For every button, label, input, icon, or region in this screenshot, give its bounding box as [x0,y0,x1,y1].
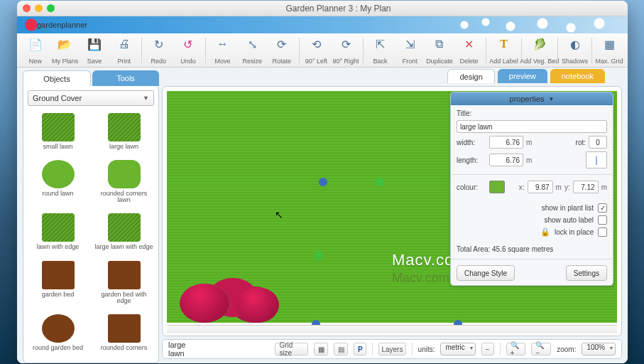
app-window: Garden Planner 3 : My Plan gardenplanner… [17,1,628,363]
object-label: garden bed with edge [94,291,154,305]
units-select[interactable]: metric [440,343,475,355]
rot-input[interactable] [589,136,607,149]
object-label: large lawn [109,144,138,150]
y-input[interactable] [573,181,599,193]
toolbar-add-veg-bed[interactable]: 🥬Add Veg. Bed [525,36,555,65]
add-label-icon: T [496,36,512,52]
max-grid-icon: ▦ [601,36,617,52]
toolbar-delete[interactable]: ✕Delete [455,36,484,65]
tab-design[interactable]: design [447,69,494,83]
grid-toggle-1[interactable]: ▦ [314,343,328,355]
undo-icon: ↺ [180,36,196,52]
toolbar-redo[interactable]: ↻Redo [145,36,173,65]
front-icon: ⇲ [402,36,417,52]
brand-name: gardenplanner [37,21,87,29]
category-dropdown[interactable]: Ground Cover ▼ [28,90,154,106]
toolbar-save[interactable]: 💾Save [80,36,109,65]
add-veg-bed-icon: 🥬 [532,36,547,52]
grid-size-button[interactable]: Grid size [275,343,308,355]
toolbar-add-label[interactable]: TAdd Label [489,36,518,65]
toolbar-label: Add Veg. Bed [520,58,559,65]
title-label: Title: [457,109,607,117]
object-small-lawn[interactable]: small lawn [26,112,89,157]
object-large-lawn[interactable]: large lawn [92,112,155,157]
object-large-lawn-with-edge[interactable]: large lawn with edge [92,212,155,257]
toolbar-label: Rotate [273,58,292,65]
minimize-button[interactable] [35,4,43,12]
toolbar-new[interactable]: 📄New [21,36,50,65]
p-toggle[interactable]: P [354,343,366,355]
toolbar-print[interactable]: 🖨Print [110,36,138,65]
window-title: Garden Planner 3 : My Plan [55,4,622,14]
show-auto-checkbox[interactable] [598,215,607,225]
shrub-object[interactable] [180,280,279,323]
object-round-lawn[interactable]: round lawn [26,159,89,210]
toolbar-label: Redo [151,58,167,65]
toolbar-max-grid[interactable]: ▦Max. Grid [595,36,623,65]
toolbar-front[interactable]: ⇲Front [395,36,424,65]
object-swatch [108,213,141,242]
resize-handle[interactable] [376,178,384,186]
rotate-icon[interactable]: | [586,151,607,168]
toolbar-label: 90° Left [305,58,327,65]
object-garden-bed[interactable]: garden bed [26,259,89,311]
zoom-label: zoom: [557,346,576,353]
object-swatch [42,160,75,188]
toolbar-90-right[interactable]: ⟳90° Right [332,36,360,65]
tab-objects[interactable]: Objects [23,70,91,86]
toolbar-my-plans[interactable]: 📂My Plans [51,36,80,65]
resize-handle[interactable] [319,178,327,186]
colour-swatch[interactable] [489,181,505,193]
my-plans-icon: 📂 [57,36,72,52]
toolbar-duplicate[interactable]: ⧉Duplicate [425,36,454,65]
object-rounded-corners[interactable]: rounded corners [92,313,155,358]
new-icon: 📄 [28,36,43,52]
tab-notebook[interactable]: notebook [550,69,605,83]
brand-bar: gardenplanner [17,16,628,33]
settings-button[interactable]: Settings [566,265,607,281]
change-style-button[interactable]: Change Style [457,265,515,281]
object-swatch [42,213,75,242]
toolbar-resize[interactable]: ⤡Resize [238,36,266,65]
grid-toggle-2[interactable]: ▤ [334,343,348,355]
toolbar-shadows[interactable]: ◐Shadows [561,36,589,65]
zoom-in-icon[interactable]: 🔍+ [506,343,526,355]
length-input[interactable] [489,154,523,166]
width-label: width: [457,139,486,146]
layers-button[interactable]: Layers [378,343,406,355]
title-input[interactable] [457,120,607,133]
show-plant-checkbox[interactable]: ✓ [598,203,607,213]
object-label: rounded corners [101,345,148,351]
resize-handle[interactable] [315,252,323,260]
rot-label: rot: [576,139,586,146]
back-icon: ⇱ [373,36,388,52]
toolbar-undo[interactable]: ↺Undo [174,36,202,65]
object-round-garden-bed[interactable]: round garden bed [26,313,89,358]
object-rounded-corners-lawn[interactable]: rounded corners lawn [92,159,155,210]
toolbar-move[interactable]: ↔Move [209,36,237,65]
tab-tools[interactable]: Tools [92,70,159,86]
toolbar-label: My Plans [52,58,78,65]
width-input[interactable] [489,136,523,149]
object-lawn-with-edge[interactable]: lawn with edge [26,212,89,257]
window-controls [23,4,55,12]
object-label: round garden bed [33,345,83,351]
x-input[interactable] [528,181,553,193]
toolbar-label: Undo [180,58,196,65]
toolbar-rotate[interactable]: ⟳Rotate [268,36,296,65]
maximize-button[interactable] [47,4,55,12]
properties-header[interactable]: properties▼ [451,92,613,105]
properties-panel: properties▼ Title: width: m rot: length:… [450,92,613,286]
toolbar-90-left[interactable]: ⟲90° Left [302,36,331,65]
units-minus[interactable]: − [481,343,494,355]
lock-checkbox[interactable] [598,228,607,237]
zoom-select[interactable]: 100% [582,343,616,355]
toolbar-label: 90° Right [332,58,359,65]
close-button[interactable] [23,4,31,12]
object-garden-bed-with-edge[interactable]: garden bed with edge [92,259,155,311]
ruler [167,325,617,333]
zoom-out-icon[interactable]: 🔍− [531,343,551,355]
toolbar-back[interactable]: ⇱Back [366,36,395,65]
object-swatch [108,113,141,141]
tab-preview[interactable]: preview [498,69,547,83]
